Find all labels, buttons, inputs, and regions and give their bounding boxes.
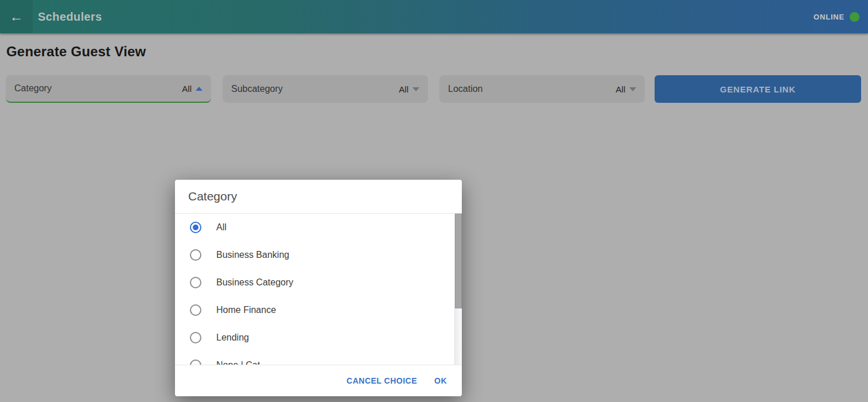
subcategory-dropdown-label: Subcategory xyxy=(231,84,283,94)
cancel-choice-button[interactable]: CANCEL CHOICE xyxy=(347,376,417,385)
category-dialog: Category All Business Banking Business C… xyxy=(175,180,462,396)
category-dropdown-value: All xyxy=(182,84,203,94)
subcategory-dropdown-value: All xyxy=(399,84,419,94)
option-none-cat[interactable]: None | Cat xyxy=(175,351,462,365)
back-button[interactable]: ← xyxy=(0,0,33,33)
option-label: All xyxy=(216,222,227,233)
back-arrow-icon: ← xyxy=(10,10,24,24)
option-all[interactable]: All xyxy=(175,214,462,241)
radio-unselected-icon[interactable] xyxy=(190,332,201,343)
location-dropdown[interactable]: Location All xyxy=(439,75,645,103)
option-label: Lending xyxy=(216,333,249,343)
radio-unselected-icon[interactable] xyxy=(190,360,201,365)
top-app-bar: ← Schedulers ONLINE xyxy=(0,0,868,33)
subcategory-selected-value: All xyxy=(399,84,408,94)
option-label: None | Cat xyxy=(216,360,260,365)
radio-unselected-icon[interactable] xyxy=(190,249,201,261)
connection-status: ONLINE xyxy=(813,12,868,22)
option-label: Home Finance xyxy=(216,305,276,315)
option-home-finance[interactable]: Home Finance xyxy=(175,296,462,324)
location-dropdown-label: Location xyxy=(448,84,483,94)
category-dropdown[interactable]: Category All xyxy=(6,75,211,103)
radio-unselected-icon[interactable] xyxy=(190,304,201,316)
online-status-label: ONLINE xyxy=(813,13,844,21)
option-lending[interactable]: Lending xyxy=(175,324,462,351)
option-label: Business Banking xyxy=(216,250,289,260)
radio-selected-icon[interactable] xyxy=(190,222,201,233)
option-business-banking[interactable]: Business Banking xyxy=(175,241,462,269)
chevron-down-icon xyxy=(412,87,419,91)
location-selected-value: All xyxy=(616,84,625,94)
online-status-dot-icon xyxy=(850,12,859,22)
subcategory-dropdown[interactable]: Subcategory All xyxy=(223,75,428,103)
dialog-scrollbar-track[interactable] xyxy=(454,214,462,365)
option-label: Business Category xyxy=(216,277,293,288)
category-dialog-header: Category xyxy=(175,180,462,214)
option-business-category[interactable]: Business Category xyxy=(175,269,462,296)
category-dialog-footer: CANCEL CHOICE OK xyxy=(175,365,462,396)
category-dialog-title: Category xyxy=(188,190,237,203)
ok-button[interactable]: OK xyxy=(434,376,447,385)
category-selected-value: All xyxy=(182,84,192,94)
app-bar-title: Schedulers xyxy=(38,10,102,24)
page-title: Generate Guest View xyxy=(6,44,146,60)
category-dropdown-label: Category xyxy=(14,83,52,94)
chevron-down-icon xyxy=(629,87,636,91)
chevron-up-icon xyxy=(196,87,203,91)
dialog-scrollbar-thumb[interactable] xyxy=(455,214,462,308)
generate-link-button[interactable]: GENERATE LINK xyxy=(655,75,861,103)
location-dropdown-value: All xyxy=(616,84,636,94)
category-option-list: All Business Banking Business Category H… xyxy=(175,214,462,365)
radio-unselected-icon[interactable] xyxy=(190,277,201,288)
